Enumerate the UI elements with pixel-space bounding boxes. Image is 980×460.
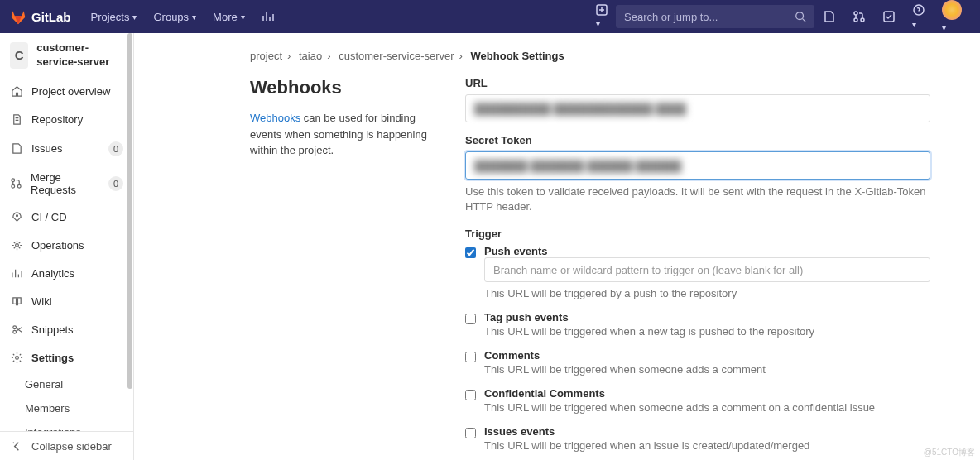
trigger-title: Push events [484,245,930,257]
sidebar-item-repository[interactable]: Repository [0,106,133,134]
svg-point-14 [15,357,18,360]
sidebar-item-label: Wiki [31,295,52,308]
sidebar-item-label: Issues [31,142,63,155]
trigger-desc: This URL will be triggered when an issue… [484,439,930,452]
plus-dropdown[interactable]: ▾ [588,4,616,29]
trigger-title: Confidential Comments [484,387,930,400]
sidebar-sub-integrations[interactable]: Integrations [0,420,133,431]
trigger-push-events: Push events This URL will be triggered b… [465,245,930,306]
sidebar-item-label: CI / CD [31,211,67,223]
avatar [942,0,962,20]
count-badge: 0 [108,176,123,191]
sidebar-sub-members[interactable]: Members [0,396,133,420]
trigger-title: Tag push events [484,311,930,323]
chevron-down-icon: ▾ [912,20,916,29]
sidebar-item-label: Merge Requests [31,171,100,196]
trigger-checkbox[interactable] [465,314,476,324]
project-avatar: C [10,42,28,69]
sidebar-item-label: Operations [31,239,84,252]
book-icon [10,295,23,309]
count-badge: 0 [108,141,123,156]
trigger-label: Trigger [465,228,930,240]
collapse-sidebar[interactable]: Collapse sidebar [0,431,133,460]
chevron-down-icon: ▾ [942,23,946,32]
help-icon[interactable]: ▾ [904,3,934,30]
rocket-icon [10,211,23,224]
svg-point-1 [796,12,804,20]
url-label: URL [465,77,930,89]
search-box[interactable] [616,5,814,28]
svg-point-12 [12,326,16,329]
nav-projects[interactable]: Projects▾ [83,11,146,23]
nav-more[interactable]: More▾ [204,11,253,23]
trigger-title: Comments [484,349,930,362]
trigger-checkbox[interactable] [465,390,476,400]
chevron-down-icon: ▾ [132,12,137,22]
gitlab-logo[interactable]: GitLab [10,8,71,25]
chevron-down-icon: ▾ [596,19,600,28]
activity-icon[interactable] [253,10,283,23]
ops-icon [10,239,23,252]
sidebar-item-snippets[interactable]: Snippets [0,316,133,344]
trigger-desc: This URL will be triggered when someone … [484,401,930,414]
watermark: @51CTO博客 [924,447,975,458]
webhooks-link[interactable]: Webhooks [250,112,300,124]
sidebar-item-analytics[interactable]: Analytics [0,260,133,288]
search-icon [795,11,806,22]
sidebar-item-merge-requests[interactable]: Merge Requests0 [0,164,133,204]
crumb-current: Webhook Settings [471,50,564,62]
sidebar-item-label: Project overview [31,85,110,98]
trigger-comments: Comments This URL will be triggered when… [465,349,930,382]
sidebar-item-label: Snippets [31,323,74,336]
chevron-left-icon [10,439,23,453]
project-header[interactable]: C customer-service-server [0,33,133,78]
url-input[interactable]: ██████████ █████████████ ████ [465,94,930,122]
brand-text: GitLab [31,10,71,24]
todos-icon[interactable] [874,10,904,23]
sidebar-scrollbar[interactable] [127,33,133,460]
sidebar-item-operations[interactable]: Operations [0,232,133,260]
sidebar-item-issues[interactable]: Issues0 [0,134,133,164]
trigger-desc: This URL will be triggered by a push to … [484,287,930,299]
trigger-checkbox[interactable] [465,247,476,258]
trigger-desc: This URL will be triggered when a new ta… [484,325,930,338]
user-menu[interactable]: ▾ [934,0,970,33]
crumb-repo[interactable]: customer-service-server [339,50,454,62]
crumb-project[interactable]: project [250,50,282,62]
sidebar: C customer-service-server Project overvi… [0,33,134,460]
top-nav: GitLab Projects▾ Groups▾ More▾ ▾ ▾ ▾ [0,0,980,33]
svg-point-4 [861,18,864,22]
issues-icon[interactable] [814,10,844,23]
sidebar-item-settings[interactable]: Settings [0,344,133,372]
crumb-group[interactable]: taiao [299,50,322,62]
svg-point-8 [12,185,15,189]
sidebar-item-label: Settings [31,352,74,364]
sidebar-item-project-overview[interactable]: Project overview [0,78,133,106]
sidebar-item-wiki[interactable]: Wiki [0,288,133,316]
sidebar-item-label: Repository [31,113,83,126]
svg-point-2 [854,12,858,15]
issues-icon [10,142,23,156]
trigger-tag-push-events: Tag push events This URL will be trigger… [465,311,930,344]
search-input[interactable] [624,11,795,23]
merge-icon [10,177,22,190]
trigger-confidential-comments: Confidential Comments This URL will be t… [465,387,930,420]
sidebar-item-ci-cd[interactable]: CI / CD [0,204,133,232]
svg-point-3 [854,18,858,22]
gear-icon [10,352,23,365]
merge-requests-icon[interactable] [844,10,874,23]
chevron-down-icon: ▾ [241,12,245,22]
trigger-title: Issues events [484,425,930,438]
push-branch-input[interactable] [484,257,930,282]
sidebar-sub-general[interactable]: General [0,372,133,396]
trigger-checkbox[interactable] [465,352,476,362]
secret-token-input[interactable]: ███████ ███████ ██████ ██████ [465,151,930,180]
doc-icon [10,113,23,127]
trigger-checkbox[interactable] [465,428,476,438]
nav-groups[interactable]: Groups▾ [145,11,204,23]
main-content: project› taiao› customer-service-server›… [134,33,980,460]
trigger-desc: This URL will be triggered when someone … [484,363,930,376]
project-name: customer-service-server [36,41,123,69]
chart-icon [10,267,23,280]
svg-point-7 [12,179,15,182]
